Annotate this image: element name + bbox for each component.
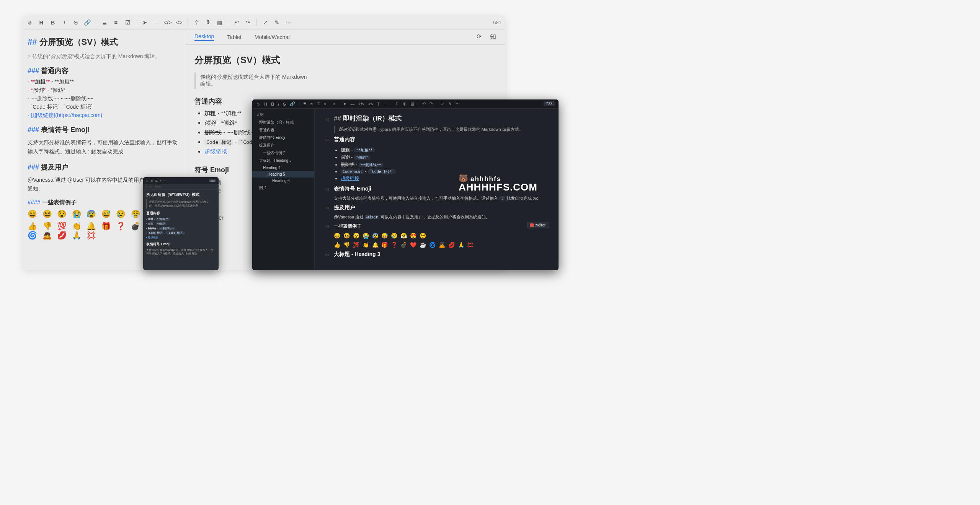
more-icon[interactable]: ⋯ — [163, 179, 166, 182]
preview-link[interactable]: 超级链接 — [204, 148, 227, 155]
refresh-icon[interactable]: ⟳ — [477, 33, 482, 41]
char-count: 681 — [493, 20, 501, 25]
ir-h4-emoji: 一些表情例子 — [334, 223, 361, 230]
wysiwyg-content[interactable]: 所见即所得（WYSIWYG）模式 所见即所得模式对不熟悉 Markdown 的用… — [143, 190, 219, 258]
more-icon[interactable]: ⋯ — [456, 101, 460, 106]
ir-content[interactable]: H2## 即时渲染（IR）模式 即时渲染模式对熟悉 Typora 的用户应该不会… — [315, 109, 559, 270]
strike-icon[interactable]: S — [283, 102, 286, 106]
redo-icon[interactable]: ↷ — [430, 101, 433, 106]
preview-h2: 分屏预览（SV）模式 — [194, 54, 314, 66]
ir-h3-mention: 提及用户 — [334, 204, 355, 211]
undo-icon[interactable]: ↶ — [234, 20, 240, 26]
char-count: 733 — [544, 101, 555, 106]
outline-item[interactable]: Heading 5 — [252, 171, 314, 178]
insert-after-icon[interactable]: ⊥ — [383, 101, 387, 106]
sd-link[interactable]: 超级链接 — [148, 236, 158, 239]
bullet-list-icon[interactable]: ≣ — [303, 101, 307, 106]
heading-icon[interactable]: H — [38, 20, 44, 26]
undo-icon[interactable]: ↶ — [422, 101, 426, 106]
md-h3-emoji: ### 表情符号 Emoji — [28, 125, 180, 134]
ir-link[interactable]: 超级链接 — [341, 176, 359, 181]
ir-list: 加粗 - **加粗** 倾斜 - *倾斜* 删除线 - ~~删除线~~ Code… — [334, 146, 395, 182]
heading-icon[interactable]: H — [151, 179, 153, 182]
upload-icon[interactable]: ⇪ — [193, 20, 199, 26]
ir-quote: 即时渲染模式对熟悉 Typora 的用户应该不会感到陌生，理论上这是最优雅的 M… — [334, 126, 527, 133]
ordered-list-icon[interactable]: ≡ — [113, 20, 119, 26]
more-icon[interactable]: ⋯ — [285, 20, 291, 26]
ordered-list-icon[interactable]: ≡ — [310, 102, 313, 106]
code-icon[interactable]: </> — [165, 20, 171, 26]
mic-icon[interactable]: 🎙 — [402, 102, 407, 106]
edit-mode-icon[interactable]: ✎ — [274, 20, 280, 26]
ir-mode-window: ☺ H B I S 🔗 ≣ ≡ ☑ ⇤ ⇥ ➤ — </> <> T ⊥ ⇪ 🎙… — [252, 99, 559, 270]
outdent-icon[interactable]: ⇤ — [324, 101, 328, 106]
emoji-icon[interactable]: ☺ — [27, 20, 33, 26]
md-h2: ## 分屏预览（SV）模式 — [28, 36, 180, 48]
ir-mention-para: @Vanessa 通过 @User 可以在内容中提及用户，被提及的用户将会收到系… — [334, 214, 490, 220]
wysiwyg-breadcrumb: ⌂ □ ▷ <Enter> — [143, 184, 219, 190]
sd-h2: 所见即所得（WYSIWYG）模式 — [146, 192, 216, 197]
ir-h2: ## 即时渲染（IR）模式 — [334, 114, 402, 123]
wysiwyg-window: ☺ H B I ⋯ 368 ⌂ □ ▷ <Enter> 所见即所得（WYSIWY… — [143, 177, 219, 270]
preview-quote: 传统的分屏预览模式适合大屏下的 Markdown 编辑。 — [194, 72, 314, 89]
ir-emoji-row-1: 😄 😆 😵 😭 😰 😅 😢 😤 😍 😌 — [334, 233, 427, 239]
hr-icon[interactable]: — — [153, 20, 159, 26]
link-icon[interactable]: 🔗 — [84, 20, 90, 26]
italic-icon[interactable]: I — [160, 179, 161, 182]
tab-mobile[interactable]: Mobile/Wechat — [255, 34, 290, 40]
emoji-icon[interactable]: ☺ — [145, 179, 149, 182]
send-icon[interactable]: ➤ — [343, 101, 346, 106]
preview-tabs: Desktop Tablet Mobile/Wechat ⟳ 知 — [185, 29, 505, 45]
upload-icon[interactable]: ⇪ — [395, 101, 399, 106]
code-icon[interactable]: </> — [358, 102, 364, 106]
outline-item[interactable]: 图片 — [252, 184, 314, 192]
md-link[interactable]: [超级链接](https://hacpai.com) — [31, 112, 103, 118]
vditor-badge: :vditor: — [527, 222, 549, 228]
italic-icon[interactable]: I — [61, 20, 67, 26]
bold-icon[interactable]: B — [271, 102, 274, 106]
md-h3-common: ### 普通内容 — [28, 66, 180, 75]
outline-item[interactable]: 大标题 - Heading 3 — [252, 157, 314, 165]
link-icon[interactable]: 🔗 — [290, 101, 295, 106]
expand-icon[interactable]: ⤢ — [262, 20, 268, 26]
ir-emoji-para: 支持大部分标准的表情符号，可使用输入法直接输入，也可手动输入字符格式。通过输入 … — [334, 195, 539, 201]
italic-icon[interactable]: I — [278, 102, 279, 106]
bullet-list-icon[interactable]: ≣ — [101, 20, 108, 26]
checklist-icon[interactable]: ☑ — [317, 101, 320, 106]
bold-icon[interactable]: B — [50, 20, 56, 26]
outline-item[interactable]: Heading 6 — [252, 178, 314, 184]
strike-icon[interactable]: S — [73, 20, 79, 26]
inline-code-icon[interactable]: <> — [176, 20, 182, 26]
bold-icon[interactable]: B — [155, 179, 158, 182]
zhihu-icon[interactable]: 知 — [490, 33, 496, 41]
table-icon[interactable]: ▦ — [410, 101, 414, 106]
md-blockquote: > 传统的*分屏预览*模式适合大屏下的 Markdown 编辑。 — [28, 53, 180, 60]
inline-code-icon[interactable]: <> — [368, 102, 373, 106]
edit-mode-icon[interactable]: ✎ — [448, 101, 452, 106]
insert-before-icon[interactable]: T — [377, 102, 380, 106]
send-icon[interactable]: ➤ — [142, 20, 148, 26]
tab-desktop[interactable]: Desktop — [194, 33, 214, 41]
expand-icon[interactable]: ⤢ — [441, 101, 444, 106]
ir-h3-common: 普通内容 — [334, 136, 355, 143]
mic-icon[interactable]: 🎙 — [205, 20, 211, 26]
tab-tablet[interactable]: Tablet — [227, 34, 241, 40]
sv-toolbar: ☺ H B I S 🔗 ≣ ≡ ☑ ➤ — </> <> ⇪ 🎙 ▦ ↶ ↷ ⤢… — [23, 16, 505, 29]
table-icon[interactable]: ▦ — [216, 20, 222, 26]
hr-icon[interactable]: — — [350, 102, 354, 106]
ir-toolbar: ☺ H B I S 🔗 ≣ ≡ ☑ ⇤ ⇥ ➤ — </> <> T ⊥ ⇪ 🎙… — [252, 99, 559, 109]
outline-item[interactable]: Heading 4 — [252, 165, 314, 171]
md-emoji-para: 支持大部分标准的表情符号，可使用输入法直接输入，也可手动输入字符格式。通过输入 … — [28, 138, 180, 156]
heading-icon[interactable]: H — [264, 102, 267, 106]
ir-outline: 大纲 即时渲染（IR）模式普通内容表情符号 Emoji提及用户一些表情例子大标题… — [252, 109, 315, 270]
outline-item[interactable]: 普通内容 — [252, 126, 314, 134]
indent-icon[interactable]: ⇥ — [332, 101, 335, 106]
redo-icon[interactable]: ↷ — [245, 20, 251, 26]
outline-item[interactable]: 表情符号 Emoji — [252, 134, 314, 142]
outline-header: 大纲 — [252, 111, 314, 119]
emoji-icon[interactable]: ☺ — [256, 102, 260, 106]
outline-item[interactable]: 即时渲染（IR）模式 — [252, 119, 314, 126]
outline-item[interactable]: 一些表情例子 — [252, 149, 314, 157]
checklist-icon[interactable]: ☑ — [124, 20, 131, 26]
outline-item[interactable]: 提及用户 — [252, 142, 314, 149]
